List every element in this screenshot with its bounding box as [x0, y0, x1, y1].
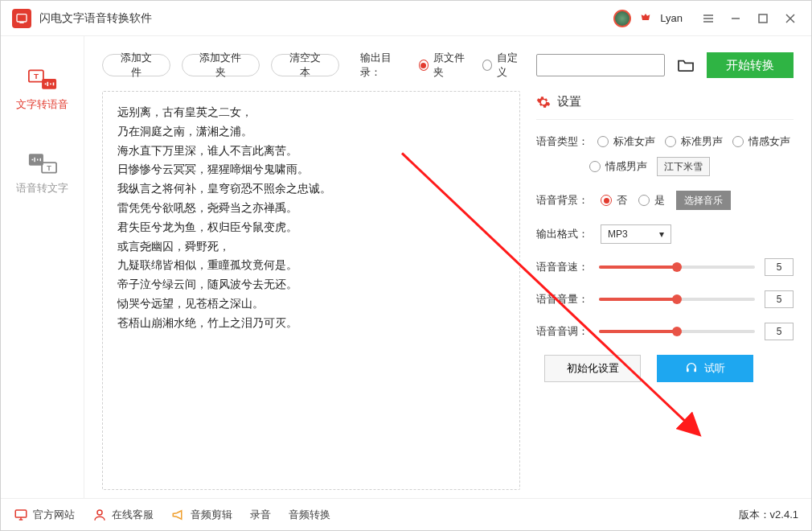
app-title: 闪电文字语音转换软件 — [39, 11, 152, 26]
output-custom-radio[interactable]: 自定义 — [482, 51, 525, 80]
pitch-slider[interactable] — [599, 330, 755, 333]
voice-emo-female-radio[interactable]: 情感女声 — [732, 134, 790, 149]
headphones-icon — [685, 361, 698, 377]
voice-std-male-radio[interactable]: 标准男声 — [665, 134, 723, 149]
version-label: 版本：v2.4.1 — [739, 508, 798, 522]
text-input-panel[interactable]: 远别离，古有皇英之二女， 乃在洞庭之南，潇湘之浦。 海水直下万里深，谁人不言此离… — [102, 91, 520, 490]
bg-yes-radio[interactable]: 是 — [638, 193, 665, 208]
speed-value[interactable]: 5 — [765, 258, 794, 276]
svg-rect-0 — [17, 14, 27, 21]
preview-button-label: 试听 — [704, 361, 725, 376]
output-dir-label: 输出目录： — [360, 51, 408, 80]
settings-header-label: 设置 — [557, 94, 581, 109]
speed-slider-row: 语音音速： 5 — [536, 258, 794, 276]
pitch-value[interactable]: 5 — [765, 323, 794, 340]
footer-audio-edit-link[interactable]: 音频剪辑 — [171, 508, 232, 522]
vip-icon — [639, 12, 652, 25]
format-label: 输出格式： — [536, 227, 589, 241]
speed-label: 语音音速： — [536, 260, 589, 274]
main-panel: 添加文件 添加文件夹 清空文本 输出目录： 原文件夹 自定义 开始转换 — [84, 36, 811, 498]
bg-label: 语音背景： — [536, 193, 589, 208]
format-field: 输出格式： MP3 ▾ — [536, 224, 794, 244]
footer-record-link[interactable]: 录音 — [250, 508, 271, 522]
svg-rect-4 — [42, 79, 56, 89]
close-button[interactable] — [781, 9, 800, 28]
svg-rect-9 — [694, 368, 696, 372]
voice-type-field: 语音类型： 标准女声 标准男声 情感女声 情感男声 江下米雪 — [536, 134, 794, 176]
reset-settings-button[interactable]: 初始化设置 — [544, 355, 641, 382]
menu-button[interactable] — [699, 9, 718, 28]
voice-std-female-radio[interactable]: 标准女声 — [597, 134, 655, 149]
volume-slider[interactable] — [599, 298, 755, 301]
megaphone-icon — [171, 508, 186, 522]
toolbar: 添加文件 添加文件夹 清空文本 输出目录： 原文件夹 自定义 开始转换 — [102, 51, 794, 80]
monitor-icon — [14, 508, 28, 522]
output-path-input[interactable] — [536, 54, 665, 76]
footer: 官方网站 在线客服 音频剪辑 录音 音频转换 版本：v2.4.1 — [1, 498, 811, 530]
svg-rect-5 — [28, 154, 43, 165]
footer-site-link[interactable]: 官方网站 — [14, 508, 75, 522]
select-music-button[interactable]: 选择音乐 — [676, 191, 731, 210]
pitch-label: 语音音调： — [536, 324, 589, 339]
footer-audio-convert-link[interactable]: 音频转换 — [289, 508, 330, 522]
sidebar-tts-label: 文字转语音 — [16, 97, 68, 112]
output-source-radio[interactable]: 原文件夹 — [419, 51, 471, 80]
output-custom-radio-label: 自定义 — [497, 51, 525, 80]
speed-slider[interactable] — [599, 266, 755, 269]
app-window: 闪电文字语音转换软件 Lyan T — [0, 0, 812, 531]
svg-point-11 — [97, 510, 102, 515]
browse-folder-button[interactable] — [676, 55, 695, 76]
volume-slider-row: 语音音量： 5 — [536, 290, 794, 308]
user-avatar[interactable] — [613, 10, 631, 27]
settings-header: 设置 — [536, 94, 794, 109]
maximize-button[interactable] — [753, 9, 773, 28]
gear-icon — [536, 95, 551, 109]
sidebar-stt[interactable]: T 语音转文字 — [1, 144, 84, 204]
add-folder-button[interactable]: 添加文件夹 — [182, 54, 260, 76]
add-file-button[interactable]: 添加文件 — [102, 54, 170, 76]
format-select[interactable]: MP3 ▾ — [601, 224, 671, 244]
bg-no-radio[interactable]: 否 — [601, 193, 627, 208]
voice-emo-male-radio[interactable]: 情感男声 — [589, 159, 647, 174]
minimize-button[interactable] — [726, 9, 745, 28]
svg-rect-1 — [759, 14, 767, 23]
svg-rect-8 — [687, 368, 689, 372]
support-icon — [92, 508, 107, 522]
clear-text-button[interactable]: 清空文本 — [271, 54, 339, 76]
svg-rect-10 — [15, 510, 27, 517]
stt-icon: T — [28, 152, 57, 175]
pitch-slider-row: 语音音调： 5 — [536, 323, 794, 340]
settings-panel: 设置 语音类型： 标准女声 标准男声 情感女声 — [536, 91, 794, 490]
voice-type-label: 语音类型： — [536, 134, 589, 149]
sidebar-stt-label: 语音转文字 — [16, 181, 68, 196]
start-convert-button[interactable]: 开始转换 — [707, 52, 794, 78]
footer-support-link[interactable]: 在线客服 — [92, 508, 154, 522]
svg-text:T: T — [33, 72, 38, 80]
chevron-down-icon: ▾ — [659, 228, 664, 240]
volume-label: 语音音量： — [536, 292, 589, 307]
user-name[interactable]: Lyan — [660, 12, 683, 24]
sidebar-tts[interactable]: T 文字转语音 — [1, 60, 84, 120]
tts-icon: T — [28, 68, 57, 91]
titlebar: 闪电文字语音转换软件 Lyan — [1, 1, 811, 36]
output-source-radio-label: 原文件夹 — [433, 51, 470, 80]
svg-text:T: T — [47, 164, 51, 172]
sidebar: T 文字转语音 T 语音转文字 — [1, 36, 84, 498]
app-logo-icon — [12, 9, 31, 28]
volume-value[interactable]: 5 — [765, 290, 794, 308]
voice-name-select[interactable]: 江下米雪 — [657, 157, 710, 176]
bg-field: 语音背景： 否 是 选择音乐 — [536, 191, 794, 210]
preview-button[interactable]: 试听 — [657, 355, 753, 382]
